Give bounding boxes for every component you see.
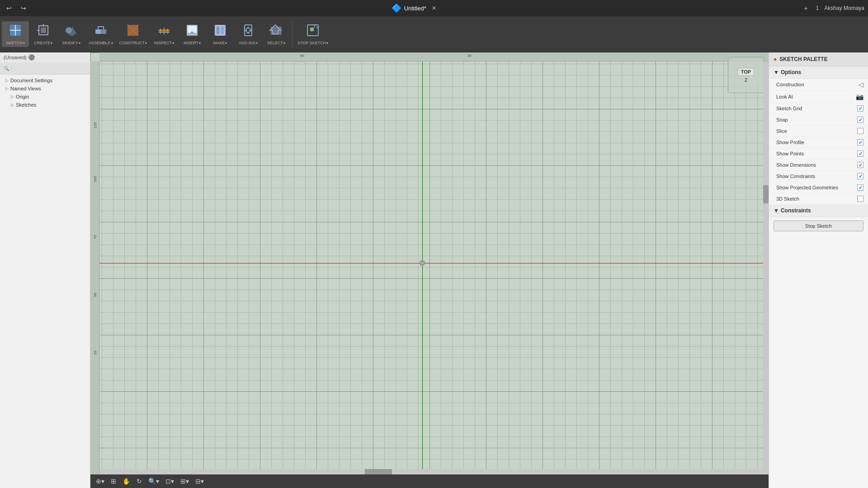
sidebar-divider: |: [11, 65, 12, 71]
palette-constraints-header[interactable]: ▼ Constraints: [769, 205, 868, 217]
palette-row-construction[interactable]: Construction ◁: [769, 79, 868, 91]
pan-button[interactable]: ✋: [121, 477, 132, 486]
addins-icon: [241, 23, 255, 40]
sidebar-item-named-views[interactable]: ▷ Named Views: [0, 84, 90, 93]
options-collapse-arrow: ▼: [774, 69, 779, 75]
palette-row-sketch-grid[interactable]: Sketch Grid: [769, 103, 868, 114]
inspect-icon: [157, 23, 171, 40]
expand-arrow: ▷: [11, 103, 14, 107]
svg-rect-4: [41, 28, 46, 33]
main-container: (Unsaved) 🔍 | ▷ Document Settings ▷ Name…: [0, 52, 868, 488]
sidebar-label-origin: Origin: [16, 94, 29, 99]
show-points-label: Show Points: [776, 151, 804, 156]
slice-checkbox[interactable]: [857, 128, 863, 134]
close-tab-button[interactable]: ✕: [429, 4, 439, 12]
scroll-thumb-horizontal[interactable]: [365, 469, 392, 474]
ruler-mark-75: 75: [93, 233, 97, 240]
grid-toggle-button[interactable]: ⊞: [109, 477, 118, 486]
axes-container: [99, 61, 763, 469]
3d-sketch-label: 3D Sketch: [776, 196, 799, 202]
make-label: MAKE▾: [213, 41, 227, 45]
titlebar-center: 🔷 Untitled* ✕: [392, 3, 439, 13]
palette-row-3d-sketch[interactable]: 3D Sketch: [769, 193, 868, 205]
toolbar-sketch-group[interactable]: SKETCH▾: [2, 21, 29, 47]
toolbar: SKETCH▾ CREATE▾ MODIFY▾: [0, 16, 868, 52]
palette-row-show-constraints[interactable]: Show Constraints: [769, 171, 868, 182]
sidebar-options-button[interactable]: [28, 54, 35, 61]
palette-row-slice[interactable]: Slice: [769, 126, 868, 137]
ruler-left: 125 100 75 50 25: [90, 61, 99, 474]
snap-checkbox[interactable]: [857, 117, 863, 123]
show-projected-label: Show Projected Geometries: [776, 185, 838, 190]
palette-row-show-profile[interactable]: Show Profile: [769, 137, 868, 148]
stop-sketch-button[interactable]: Stop Sketch: [774, 221, 863, 231]
sketch-grid-label: Sketch Grid: [776, 106, 802, 111]
user-name: Akshay Momaya: [824, 5, 864, 11]
look-at-icon: 📷: [856, 93, 863, 100]
sidebar-item-origin[interactable]: ▷ Origin: [0, 93, 90, 101]
toolbar-modify-group[interactable]: MODIFY▾: [58, 21, 85, 47]
insert-label: INSERT▾: [184, 41, 201, 45]
show-points-checkbox[interactable]: [857, 150, 863, 157]
palette-row-snap[interactable]: Snap: [769, 114, 868, 126]
scroll-track-vertical[interactable]: [763, 61, 769, 474]
toolbar-make-group[interactable]: MAKE▾: [207, 21, 234, 47]
palette-title: SKETCH PALETTE: [779, 56, 827, 62]
palette-row-show-dimensions[interactable]: Show Dimensions: [769, 160, 868, 171]
zoom-button[interactable]: 🔍▾: [146, 477, 161, 486]
scroll-track-horizontal[interactable]: [99, 469, 763, 474]
toolbar-stopsketch-group[interactable]: STOP SKETCH▾: [295, 21, 331, 47]
sidebar-label-sketches: Sketches: [16, 102, 36, 108]
toolbar-select-group[interactable]: SELECT▾: [263, 21, 290, 47]
redo-button[interactable]: ↪: [18, 4, 29, 13]
inspect-label: INSPECT▾: [154, 41, 174, 45]
sidebar-item-sketches[interactable]: ▷ Sketches: [0, 101, 90, 109]
svg-rect-15: [215, 25, 226, 36]
titlebar-right: + 1 Akshay Momaya: [801, 4, 864, 13]
palette-row-show-points[interactable]: Show Points: [769, 148, 868, 160]
view-button[interactable]: ⊡▾: [164, 477, 176, 486]
palette-header: ● SKETCH PALETTE: [769, 52, 868, 66]
grid-button[interactable]: ⊞▾: [179, 477, 191, 486]
sketch-grid-checkbox[interactable]: [857, 105, 863, 112]
create-label: CREATE▾: [34, 41, 53, 45]
orbit-button[interactable]: ↻: [135, 477, 144, 486]
addins-label: ADD-INS▾: [239, 41, 258, 45]
expand-arrow: ▷: [11, 94, 14, 99]
toolbar-create-group[interactable]: CREATE▾: [30, 21, 57, 47]
palette-row-look-at[interactable]: Look At 📷: [769, 91, 868, 103]
show-projected-checkbox[interactable]: [857, 184, 863, 191]
modify-icon: [64, 23, 79, 40]
canvas-area[interactable]: 50 25 125 100 75 50 25 TOP Z: [90, 52, 769, 488]
ruler-top: 50 25: [99, 52, 769, 61]
toolbar-addins-group[interactable]: ADD-INS▾: [235, 21, 262, 47]
ruler-mark-50: 50: [300, 54, 304, 58]
toolbar-insert-group[interactable]: INSERT▾: [179, 21, 206, 47]
ruler-mark-25-v: 25: [93, 349, 97, 356]
sidebar-search-area: 🔍 |: [0, 62, 90, 75]
sidebar-label-named-views: Named Views: [10, 86, 41, 91]
show-constraints-label: Show Constraints: [776, 174, 815, 179]
show-constraints-checkbox[interactable]: [857, 173, 863, 179]
show-dimensions-checkbox[interactable]: [857, 162, 863, 168]
sketch-label: SKETCH▾: [6, 41, 25, 45]
nav-cube-z-label: Z: [745, 78, 747, 83]
nav-cube[interactable]: TOP Z: [728, 57, 764, 93]
nav-cube-top-face[interactable]: TOP: [738, 68, 754, 76]
palette-options-header[interactable]: ▼ Options: [769, 66, 868, 79]
3d-sketch-checkbox[interactable]: [857, 196, 863, 202]
add-tab-button[interactable]: +: [801, 4, 810, 13]
sidebar: (Unsaved) 🔍 | ▷ Document Settings ▷ Name…: [0, 52, 90, 488]
toolbar-inspect-group[interactable]: INSPECT▾: [151, 21, 178, 47]
layout-button[interactable]: ⊟▾: [193, 477, 206, 486]
scroll-thumb-vertical[interactable]: [763, 185, 769, 203]
construction-label: Construction: [776, 82, 804, 87]
palette-row-show-projected[interactable]: Show Projected Geometries: [769, 182, 868, 193]
show-profile-checkbox[interactable]: [857, 139, 863, 145]
toolbar-assemble-group[interactable]: ASSEMBLE▾: [86, 21, 116, 47]
svg-rect-6: [95, 29, 101, 34]
toolbar-construct-group[interactable]: CONSTRUCT▾: [117, 21, 150, 47]
undo-button[interactable]: ↩: [4, 4, 14, 13]
sidebar-item-document-settings[interactable]: ▷ Document Settings: [0, 76, 90, 84]
snap-button[interactable]: ⊕▾: [94, 477, 106, 486]
